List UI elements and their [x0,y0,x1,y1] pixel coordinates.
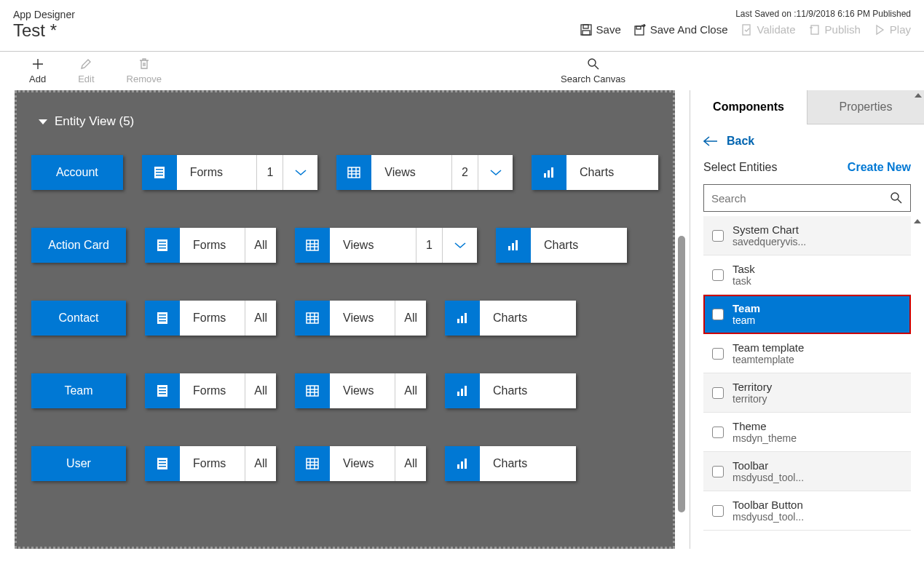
save-button[interactable]: Save [580,23,621,36]
entity-row: ContactFormsAllViewsAllCharts [31,301,658,336]
publish-button[interactable]: Publish [809,23,861,36]
svg-rect-29 [508,246,510,250]
svg-rect-60 [307,459,318,469]
caret-down-icon [39,119,47,124]
charts-tile[interactable]: Charts [445,373,576,408]
entity-tile[interactable]: Action Card [31,228,126,263]
chevron-down-icon[interactable] [283,155,317,190]
svg-rect-1 [583,25,588,28]
plus-icon [31,58,44,71]
back-link[interactable]: Back [703,135,754,148]
forms-count: All [245,446,276,481]
entity-tile[interactable]: Team [31,373,126,408]
edit-button[interactable]: Edit [78,58,94,84]
forms-count: All [245,301,276,336]
remove-button[interactable]: Remove [127,58,162,84]
svg-rect-65 [457,464,459,469]
checkbox[interactable] [712,466,724,477]
entity-list-item[interactable]: System Chartsavedqueryvis... [703,216,911,255]
entity-search-box[interactable] [703,184,911,212]
views-tile[interactable]: ViewsAll [295,446,426,481]
search-icon [890,191,903,205]
forms-icon [145,373,180,408]
entity-list-item[interactable]: Territoryterritory [703,373,911,413]
svg-rect-22 [159,245,166,246]
views-tile[interactable]: Views1 [295,228,477,263]
entity-search-input[interactable] [711,192,890,205]
app-header: App Designer Test * Last Saved on :11/9/… [0,0,924,52]
save-icon [580,24,592,36]
play-icon [874,24,885,36]
add-button[interactable]: Add [29,58,46,84]
entity-list-item[interactable]: Toolbar Buttonmsdyusd_tool... [703,491,911,531]
charts-tile[interactable]: Charts [532,155,658,190]
svg-rect-47 [159,393,166,394]
scroll-up-icon[interactable] [914,219,921,223]
charts-tile[interactable]: Charts [496,228,627,263]
svg-rect-35 [159,320,166,322]
forms-tile[interactable]: FormsAll [145,373,276,408]
checkbox[interactable] [712,387,724,399]
views-count: All [395,301,426,336]
svg-rect-58 [159,463,166,464]
create-new-link[interactable]: Create New [848,161,911,174]
entity-list-item[interactable]: Tasktask [703,255,911,295]
checkbox[interactable] [712,505,724,517]
forms-count: All [245,228,276,263]
svg-rect-53 [457,392,459,396]
views-count: All [395,373,426,408]
svg-rect-57 [159,460,166,461]
checkbox[interactable] [712,427,724,438]
entity-list-item[interactable]: Thememsdyn_theme [703,413,911,452]
entity-row: TeamFormsAllViewsAllCharts [31,373,658,408]
entity-row: Action CardFormsAllViews1Charts [31,228,658,263]
svg-rect-2 [583,31,590,35]
chevron-down-icon[interactable] [478,155,513,190]
forms-tile[interactable]: FormsAll [145,228,276,263]
entity-list-item[interactable]: Toolbarmsdyusd_tool... [703,452,911,491]
charts-icon [445,373,480,408]
views-tile[interactable]: Views2 [336,155,513,190]
forms-tile[interactable]: Forms1 [142,155,318,190]
entity-list-item[interactable]: Team templateteamtemplate [703,334,911,373]
svg-rect-10 [156,172,163,173]
svg-point-68 [891,193,899,200]
save-and-close-button[interactable]: Save And Close [634,23,728,36]
forms-count: All [245,373,276,408]
tab-components[interactable]: Components [690,90,807,124]
search-canvas-button[interactable]: Search Canvas [561,58,625,84]
charts-tile[interactable]: Charts [445,446,576,481]
views-tile[interactable]: ViewsAll [295,301,426,336]
entity-list-item[interactable]: ✓Teamteam [703,295,911,334]
svg-rect-4 [636,26,641,29]
validate-button[interactable]: Validate [741,23,796,36]
trash-icon [138,58,151,71]
svg-rect-45 [159,387,166,389]
svg-point-7 [588,59,596,66]
entity-tile[interactable]: Account [31,155,123,190]
checkbox[interactable] [712,269,724,281]
tab-properties[interactable]: Properties [807,90,924,124]
charts-tile[interactable]: Charts [445,301,576,336]
checkbox[interactable] [712,348,724,360]
forms-tile[interactable]: FormsAll [145,446,276,481]
checkbox[interactable]: ✓ [712,309,724,320]
checkbox[interactable] [712,230,724,242]
last-saved-label: Last Saved on :11/9/2018 6:16 PM Publish… [580,9,911,19]
entity-view-header[interactable]: Entity View (5) [39,114,658,129]
entity-row: AccountForms1Views2Charts [31,155,658,190]
views-tile[interactable]: ViewsAll [295,373,426,408]
svg-rect-34 [159,317,166,319]
svg-rect-33 [159,314,166,316]
entity-tile[interactable]: User [31,446,126,481]
scroll-up-icon[interactable] [915,93,922,98]
play-button[interactable]: Play [874,23,911,36]
chevron-down-icon[interactable] [442,228,477,263]
views-icon [295,373,330,408]
forms-count: 1 [256,155,283,190]
app-subtitle: App Designer [13,9,75,20]
forms-tile[interactable]: FormsAll [145,301,276,336]
entity-tile[interactable]: Contact [31,301,126,336]
canvas-scrollbar[interactable] [678,236,685,512]
views-count: 2 [451,155,478,190]
